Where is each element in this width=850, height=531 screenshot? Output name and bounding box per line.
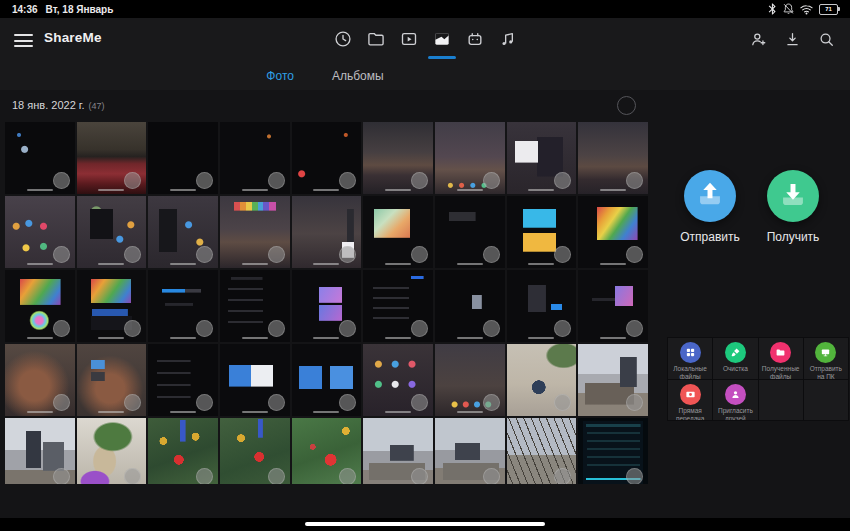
thumbnail-select-circle[interactable] — [483, 320, 500, 337]
photo-thumbnail[interactable] — [220, 270, 290, 342]
thumbnail-select-circle[interactable] — [268, 246, 285, 263]
photo-thumbnail[interactable] — [578, 344, 648, 416]
thumbnail-select-circle[interactable] — [626, 246, 643, 263]
thumbnail-select-circle[interactable] — [483, 246, 500, 263]
photo-thumbnail[interactable] — [292, 196, 362, 268]
photo-thumbnail[interactable] — [292, 270, 362, 342]
photo-thumbnail[interactable] — [220, 418, 290, 484]
thumbnail-select-circle[interactable] — [626, 320, 643, 337]
photo-thumbnail[interactable] — [507, 344, 577, 416]
photo-thumbnail[interactable] — [148, 344, 218, 416]
thumbnail-select-circle[interactable] — [483, 468, 500, 484]
photo-thumbnail[interactable] — [148, 196, 218, 268]
thumbnail-select-circle[interactable] — [53, 246, 70, 263]
home-indicator[interactable] — [305, 522, 545, 526]
photo-thumbnail[interactable] — [578, 270, 648, 342]
thumbnail-select-circle[interactable] — [124, 172, 141, 189]
tab-albums[interactable]: Альбомы — [332, 69, 384, 83]
thumbnail-select-circle[interactable] — [626, 394, 643, 411]
photo-thumbnail[interactable] — [363, 122, 433, 194]
photo-thumbnail[interactable] — [220, 344, 290, 416]
thumbnail-select-circle[interactable] — [124, 468, 141, 484]
thumbnail-select-circle[interactable] — [411, 172, 428, 189]
photo-thumbnail[interactable] — [578, 122, 648, 194]
downloads-button[interactable] — [783, 30, 802, 49]
thumbnail-select-circle[interactable] — [339, 320, 356, 337]
photo-thumbnail[interactable] — [507, 270, 577, 342]
thumbnail-select-circle[interactable] — [196, 320, 213, 337]
thumbnail-select-circle[interactable] — [268, 320, 285, 337]
thumbnail-select-circle[interactable] — [124, 394, 141, 411]
thumbnail-select-circle[interactable] — [483, 394, 500, 411]
photo-thumbnail[interactable] — [363, 344, 433, 416]
photo-thumbnail[interactable] — [363, 270, 433, 342]
invite-user-button[interactable] — [749, 30, 768, 49]
photo-thumbnail[interactable] — [77, 196, 147, 268]
photo-thumbnail[interactable] — [578, 196, 648, 268]
photo-thumbnail[interactable] — [363, 196, 433, 268]
photo-thumbnail[interactable] — [5, 344, 75, 416]
thumbnail-select-circle[interactable] — [53, 468, 70, 484]
photo-thumbnail[interactable] — [435, 418, 505, 484]
photo-thumbnail[interactable] — [220, 196, 290, 268]
photo-thumbnail[interactable] — [435, 122, 505, 194]
thumbnail-select-circle[interactable] — [196, 246, 213, 263]
thumbnail-select-circle[interactable] — [196, 468, 213, 484]
photo-thumbnail[interactable] — [363, 418, 433, 484]
photo-thumbnail[interactable] — [435, 196, 505, 268]
tab-apps[interactable] — [465, 29, 485, 49]
tab-music[interactable] — [498, 29, 518, 49]
thumbnail-select-circle[interactable] — [554, 468, 571, 484]
photo-thumbnail[interactable] — [148, 418, 218, 484]
thumbnail-select-circle[interactable] — [626, 172, 643, 189]
select-all-circle[interactable] — [617, 96, 636, 115]
tab-images[interactable] — [432, 29, 452, 49]
thumbnail-select-circle[interactable] — [196, 172, 213, 189]
receive-button[interactable] — [767, 170, 819, 222]
thumbnail-select-circle[interactable] — [196, 394, 213, 411]
tab-files[interactable] — [366, 29, 386, 49]
shortcut-person[interactable]: Пригласить друзей — [713, 380, 757, 421]
thumbnail-select-circle[interactable] — [53, 172, 70, 189]
thumbnail-select-circle[interactable] — [124, 246, 141, 263]
thumbnail-select-circle[interactable] — [411, 320, 428, 337]
photo-thumbnail[interactable] — [220, 122, 290, 194]
shortcut-grid[interactable]: Локальные файлы — [668, 338, 712, 379]
tab-photo[interactable]: Фото — [266, 69, 294, 83]
photo-thumbnail[interactable] — [148, 122, 218, 194]
shortcut-broom[interactable]: Очистка — [713, 338, 757, 379]
photo-thumbnail[interactable] — [292, 344, 362, 416]
thumbnail-select-circle[interactable] — [53, 394, 70, 411]
tab-videos[interactable] — [399, 29, 419, 49]
photo-thumbnail[interactable] — [77, 418, 147, 484]
shortcut-folder[interactable]: Полученные файлы — [759, 338, 803, 379]
thumbnail-select-circle[interactable] — [124, 320, 141, 337]
photo-thumbnail[interactable] — [507, 122, 577, 194]
tab-history[interactable] — [333, 29, 353, 49]
thumbnail-select-circle[interactable] — [268, 172, 285, 189]
search-button[interactable] — [817, 30, 836, 49]
photo-thumbnail[interactable] — [5, 270, 75, 342]
thumbnail-select-circle[interactable] — [268, 394, 285, 411]
photo-thumbnail[interactable] — [292, 418, 362, 484]
thumbnail-select-circle[interactable] — [554, 172, 571, 189]
thumbnail-select-circle[interactable] — [339, 468, 356, 484]
photo-thumbnail[interactable] — [77, 270, 147, 342]
photo-thumbnail[interactable] — [77, 122, 147, 194]
photo-thumbnail[interactable] — [77, 344, 147, 416]
thumbnail-select-circle[interactable] — [53, 320, 70, 337]
photo-thumbnail[interactable] — [435, 344, 505, 416]
thumbnail-select-circle[interactable] — [411, 468, 428, 484]
photo-thumbnail[interactable] — [578, 418, 648, 484]
thumbnail-select-circle[interactable] — [339, 394, 356, 411]
photo-thumbnail[interactable] — [5, 196, 75, 268]
thumbnail-select-circle[interactable] — [339, 172, 356, 189]
shortcut-monitor[interactable]: Отправить на ПК — [804, 338, 848, 379]
photo-thumbnail[interactable] — [5, 122, 75, 194]
thumbnail-select-circle[interactable] — [268, 468, 285, 484]
send-button[interactable] — [684, 170, 736, 222]
thumbnail-select-circle[interactable] — [411, 246, 428, 263]
thumbnail-select-circle[interactable] — [554, 246, 571, 263]
thumbnail-select-circle[interactable] — [554, 394, 571, 411]
photo-thumbnail[interactable] — [148, 270, 218, 342]
